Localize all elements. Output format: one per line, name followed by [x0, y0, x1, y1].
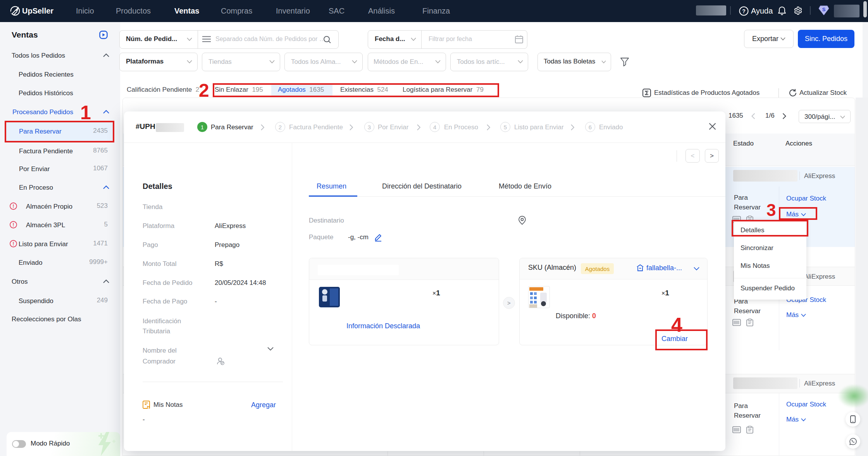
svg-text:?: ? [742, 8, 746, 14]
svg-text:!: ! [13, 241, 14, 247]
svg-text:!: ! [13, 222, 14, 228]
svg-text:!: ! [13, 204, 14, 209]
svg-text:S: S [822, 7, 826, 12]
